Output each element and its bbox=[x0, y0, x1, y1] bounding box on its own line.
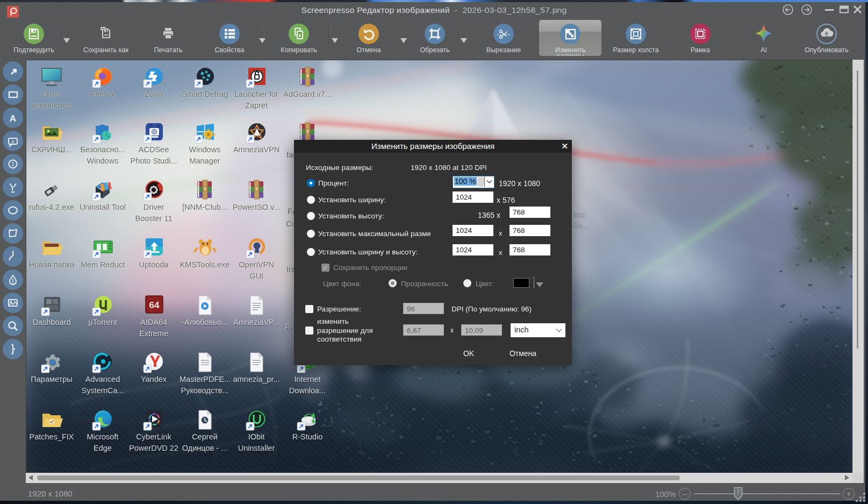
svg-text:1: 1 bbox=[11, 161, 15, 167]
svg-text:A: A bbox=[10, 113, 16, 124]
svg-text:a: a bbox=[11, 139, 14, 144]
